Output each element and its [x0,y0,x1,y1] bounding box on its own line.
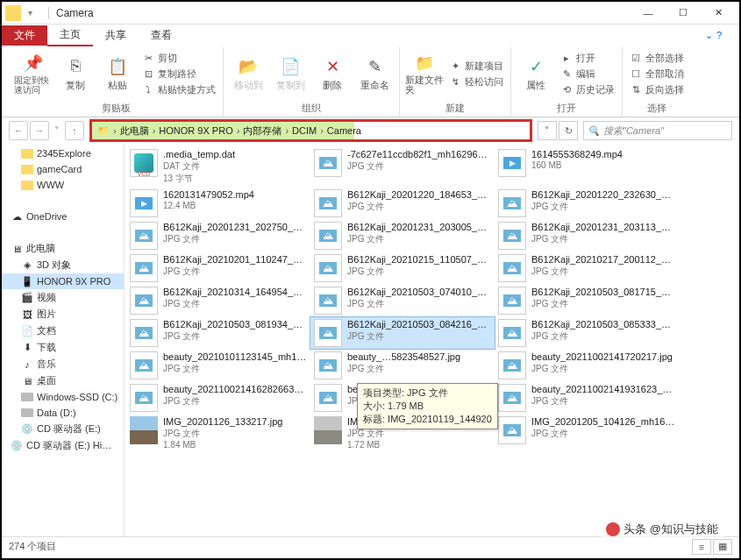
tree-item[interactable]: 2345Explore [2,145,124,161]
search-input[interactable]: 🔍 搜索"Camera" [583,121,732,140]
copyto-button[interactable]: 📄复制到 [271,47,310,100]
edit-button[interactable]: ✎编辑 [559,67,616,82]
image-icon: ⛰ [314,222,342,250]
properties-button[interactable]: ✓属性 [517,47,555,100]
tree-label: gameCard [37,164,82,174]
newitem-button[interactable]: ✦新建项目 [447,59,505,74]
file-item[interactable]: ⛰B612Kaji_20201231_202750_185.jpgJPG 文件 [126,220,310,252]
image-icon: ⛰ [498,416,526,444]
history-button[interactable]: ⟲历史记录 [559,82,616,97]
details-view-button[interactable]: ≡ [692,539,711,555]
tree-item[interactable]: 📄文档 [2,323,124,339]
nav-back[interactable]: ← [9,121,28,140]
file-item[interactable]: ⛰-7c627e11ccdb82f1_mh1629641102037.jpgJP… [310,147,495,187]
file-type: JPG 文件 [163,298,307,310]
tree-item[interactable]: gameCard [2,161,124,177]
tree-item[interactable]: 🖥桌面 [2,372,124,389]
file-item[interactable]: ⛰B612Kaji_20201231_203005_303.jpgJPG 文件 [310,220,495,252]
selectall-button[interactable]: ☑全部选择 [628,51,686,66]
file-item[interactable]: ⛰B612Kaji_20210201_110247_886.jpgJPG 文件 [126,252,310,284]
file-item[interactable]: IMG_20201126_133217.jpgJPG 文件1.84 MB [126,415,310,451]
file-name: beauty_20211002141720217.jpg [531,351,673,363]
file-item[interactable]: ⛰beauty_20211002141628266399_mr163305361… [126,382,310,414]
file-item[interactable]: ▶1614555368249.mp4160 MB [495,147,679,187]
file-item[interactable]: ⛰beauty_20211002141720217.jpgJPG 文件 [495,350,679,381]
nav-up[interactable]: ↑ [65,121,84,140]
tree-item[interactable]: ◈3D 对象 [2,257,124,273]
collapse-ribbon[interactable]: ⌄? [705,30,739,41]
cut-button[interactable]: ✂剪切 [140,51,217,66]
file-name: B612Kaji_20201220_184653_288_mr160846195… [347,189,491,201]
delete-button[interactable]: ✕删除 [313,47,352,100]
tiles-view-button[interactable]: ▦ [713,539,732,555]
tab-share[interactable]: 共享 [93,25,139,46]
tree-item[interactable]: 💿CD 驱动器 (E:) Hi… [2,437,124,454]
file-item[interactable]: ⛰B612Kaji_20201220_184653_288_mr16084619… [310,188,495,219]
file-item[interactable]: ⛰B612Kaji_20201220_232630_417.jpgJPG 文件 [495,188,679,219]
pin-button[interactable]: 📌 固定到快速访问 [14,47,53,100]
image-icon: ⛰ [314,149,342,177]
invert-button[interactable]: ⇅反向选择 [628,82,686,97]
file-type: JPG 文件 [347,233,491,245]
file-item[interactable]: VCD.media_temp.datDAT 文件13 字节 [126,147,310,187]
minimize-button[interactable]: — [631,3,666,24]
file-type: JPG 文件 [347,266,491,278]
tree-item[interactable]: Windows-SSD (C:) [2,389,124,405]
file-item[interactable]: ▶1620131479052.mp412.4 MB [126,188,310,219]
selectnone-button[interactable]: ☐全部取消 [628,67,686,82]
tab-home[interactable]: 主页 [47,25,93,46]
tab-view[interactable]: 查看 [139,25,184,46]
easyaccess-button[interactable]: ↯轻松访问 [447,74,505,89]
tree-item[interactable]: 📱HONOR 9X PRO [2,273,124,289]
nav-forward[interactable]: → [30,121,49,140]
tree-item[interactable] [2,193,124,209]
copy-button[interactable]: ⎘ 复制 [56,47,95,100]
file-item[interactable]: ⛰beauty_20211002141931623_mh163317933970… [495,382,679,414]
open-button[interactable]: ▸打开 [559,51,616,66]
nav-pane[interactable]: 2345ExploregameCardWWW☁OneDrive🖥此电脑◈3D 对… [2,144,125,536]
file-item[interactable]: ⛰B612Kaji_20210217_200112_412_mr16135647… [495,252,679,284]
rename-button[interactable]: ✎重命名 [355,47,394,100]
file-item[interactable]: ⛰B612Kaji_20210503_084216_204_mr…JPG 文件 [310,317,495,349]
moveto-button[interactable]: 📂移动到 [229,47,267,100]
maximize-button[interactable]: ☐ [666,3,701,24]
copypath-button[interactable]: ⊡复制路径 [140,67,217,82]
paste-button[interactable]: 📋 粘贴 [98,47,137,100]
tree-icon [21,407,33,419]
tab-file[interactable]: 文件 [2,25,47,46]
tree-item[interactable]: ⬇下载 [2,339,124,356]
close-button[interactable]: ✕ [701,3,736,24]
file-item[interactable]: ⛰B612Kaji_20210503_081934_169_mr16200219… [126,317,310,349]
file-item[interactable]: ⛰B612Kaji_20210314_164954_622.jpgJPG 文件 [126,285,310,316]
file-item[interactable]: ⛰IMG_20201205_104126_mh1607166633934.jpg… [495,415,679,451]
file-name: B612Kaji_20210217_200112_412_mr161356479… [531,254,675,266]
breadcrumb[interactable]: 📁› 此电脑› HONOR 9X PRO› 内部存储› DCIM› Camera [89,119,532,142]
file-name: B612Kaji_20210503_081934_169_mr162002198… [163,319,307,330]
pasteshortcut-button[interactable]: ⤵粘贴快捷方式 [140,82,217,97]
nav-recent[interactable]: ˅ [51,121,63,140]
tree-item[interactable]: 🖼图片 [2,306,124,323]
tree-item[interactable]: 🎬视频 [2,289,124,306]
file-item[interactable]: ⛰B612Kaji_20210503_081715_745.jpgJPG 文件 [495,285,679,316]
file-item[interactable]: ⛰B612Kaji_20210503_085333_072_mr16200217… [495,317,679,349]
file-item[interactable]: ⛰B612Kaji_20210503_074010_966.jpgJPG 文件 [310,285,495,316]
file-list[interactable]: VCD.media_temp.datDAT 文件13 字节⛰-7c627e11c… [125,144,739,536]
tree-item[interactable]: 💿CD 驱动器 (E:) [2,421,124,437]
address-dropdown[interactable]: ˅ [538,121,557,140]
tree-item[interactable]: 🖥此电脑 [2,240,124,257]
tree-item[interactable]: WWW [2,177,124,193]
refresh-button[interactable]: ↻ [559,121,578,140]
file-item[interactable]: ⛰B612Kaji_20210215_110507_695.jpgJPG 文件 [310,252,495,284]
tree-item[interactable]: ☁OneDrive [2,209,124,224]
group-select: 选择 [647,100,666,117]
tree-item[interactable]: Data (D:) [2,405,124,421]
file-item[interactable]: ⛰beauty_20210101123145_mh1609479920507.j… [126,350,310,381]
file-item[interactable]: ⛰B612Kaji_20201231_203113_080.jpgJPG 文件 [495,220,679,252]
file-item[interactable]: ⛰beauty_…5823548527.jpgJPG 文件 [310,350,495,381]
video-icon: ▶ [498,149,526,177]
help-icon[interactable]: ? [716,30,722,40]
tree-item[interactable]: ♪音乐 [2,356,124,372]
newfolder-button[interactable]: 📁新建文件夹 [405,47,444,100]
file-type: JPG 文件 [163,395,307,408]
tree-item[interactable] [2,224,124,240]
